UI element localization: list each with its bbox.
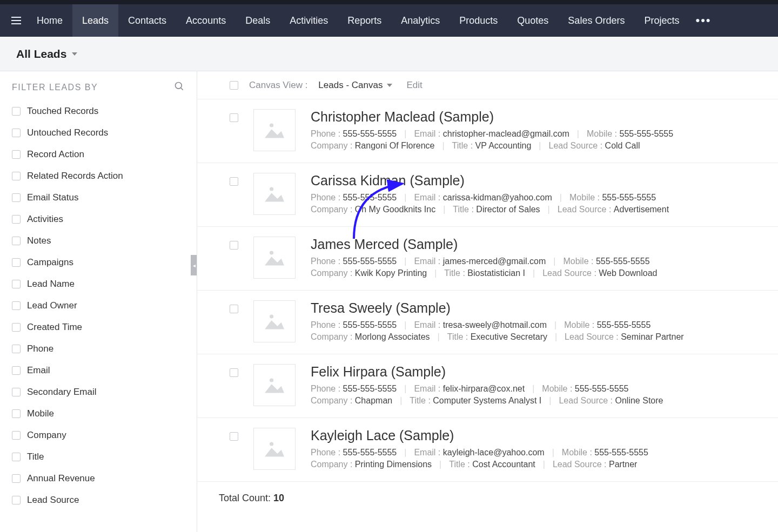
filter-item[interactable]: Email — [12, 360, 185, 381]
nav-item-deals[interactable]: Deals — [236, 4, 280, 37]
view-selector[interactable]: All Leads — [16, 48, 77, 60]
lead-checkbox[interactable] — [230, 113, 238, 122]
nav-item-products[interactable]: Products — [450, 4, 507, 37]
nav-item-accounts[interactable]: Accounts — [176, 4, 236, 37]
nav-item-home[interactable]: Home — [27, 4, 72, 37]
lead-row[interactable]: Christopher Maclead (Sample)Phone : 555-… — [197, 99, 778, 163]
filter-item[interactable]: Annual Revenue — [12, 468, 185, 489]
filter-checkbox[interactable] — [12, 129, 21, 137]
lead-source: Lead Source : Partner — [553, 460, 638, 469]
nav-item-contacts[interactable]: Contacts — [118, 4, 176, 37]
filter-item[interactable]: Activities — [12, 208, 185, 230]
lead-body: Felix Hirpara (Sample)Phone : 555-555-55… — [311, 364, 746, 408]
nav-item-quotes[interactable]: Quotes — [507, 4, 558, 37]
total-count-label: Total Count: — [219, 493, 271, 503]
filter-checkbox[interactable] — [12, 388, 21, 396]
filter-checkbox[interactable] — [12, 474, 21, 483]
filter-checkbox[interactable] — [12, 215, 21, 224]
filter-item[interactable]: Related Records Action — [12, 165, 185, 187]
nav-item-sales-orders[interactable]: Sales Orders — [558, 4, 634, 37]
filter-label: Lead Name — [27, 279, 75, 289]
nav-item-projects[interactable]: Projects — [634, 4, 689, 37]
collapse-panel-handle[interactable]: ◂ — [191, 255, 197, 275]
lead-name[interactable]: Tresa Sweely (Sample) — [311, 300, 746, 316]
filter-checkbox[interactable] — [12, 280, 21, 288]
lead-email: Email : james-merced@gmail.com — [414, 257, 546, 266]
hamburger-menu-button[interactable] — [5, 10, 27, 31]
lead-body: Carissa Kidman (Sample)Phone : 555-555-5… — [311, 173, 746, 217]
filter-item[interactable]: Lead Owner — [12, 295, 185, 316]
lead-avatar — [253, 109, 296, 151]
filter-checkbox[interactable] — [12, 345, 21, 353]
lead-name[interactable]: James Merced (Sample) — [311, 237, 746, 252]
filter-item[interactable]: Notes — [12, 230, 185, 252]
filter-checkbox[interactable] — [12, 431, 21, 440]
lead-name[interactable]: Carissa Kidman (Sample) — [311, 173, 746, 188]
lead-checkbox[interactable] — [230, 432, 238, 441]
lead-company: Company : Morlong Associates — [311, 332, 430, 342]
lead-checkbox[interactable] — [230, 241, 238, 250]
nav-item-activities[interactable]: Activities — [280, 4, 338, 37]
filter-item[interactable]: Secondary Email — [12, 381, 185, 403]
lead-row[interactable]: Kayleigh Lace (Sample)Phone : 555-555-55… — [197, 418, 778, 482]
edit-view-link[interactable]: Edit — [406, 80, 422, 91]
nav-item-reports[interactable]: Reports — [338, 4, 391, 37]
filter-item[interactable]: Email Status — [12, 187, 185, 208]
lead-phone: Phone : 555-555-5555 — [311, 320, 397, 330]
filter-checkbox[interactable] — [12, 150, 21, 159]
lead-avatar — [253, 300, 296, 342]
filter-item[interactable]: Lead Source — [12, 489, 185, 511]
filter-label: Activities — [27, 214, 63, 225]
filter-checkbox[interactable] — [12, 453, 21, 461]
more-menu-button[interactable]: ••• — [689, 14, 717, 28]
subheader: All Leads — [0, 37, 778, 71]
chevron-down-icon — [72, 52, 77, 56]
select-all-checkbox[interactable] — [230, 81, 238, 90]
lead-name[interactable]: Felix Hirpara (Sample) — [311, 364, 746, 380]
lead-avatar — [253, 428, 296, 470]
nav-item-analytics[interactable]: Analytics — [391, 4, 450, 37]
filter-checkbox[interactable] — [12, 193, 21, 202]
nav-item-leads[interactable]: Leads — [72, 4, 118, 37]
filter-checkbox[interactable] — [12, 366, 21, 375]
lead-title: Title : Director of Sales — [453, 205, 540, 214]
lead-checkbox[interactable] — [230, 305, 238, 313]
lead-name[interactable]: Kayleigh Lace (Sample) — [311, 428, 746, 443]
lead-name[interactable]: Christopher Maclead (Sample) — [311, 109, 746, 125]
filter-checkbox[interactable] — [12, 301, 21, 310]
list-footer: Total Count: 10 — [197, 482, 778, 515]
filter-item[interactable]: Touched Records — [12, 100, 185, 122]
image-placeholder-icon — [263, 439, 286, 459]
lead-row[interactable]: Tresa Sweely (Sample)Phone : 555-555-555… — [197, 291, 778, 354]
filter-checkbox[interactable] — [12, 258, 21, 267]
filter-checkbox[interactable] — [12, 496, 21, 504]
filter-label: Annual Revenue — [27, 473, 95, 484]
filter-item[interactable]: Campaigns — [12, 252, 185, 273]
filter-item[interactable]: Lead Name — [12, 273, 185, 295]
top-nav: HomeLeadsContactsAccountsDealsActivities… — [0, 4, 778, 37]
filter-label: Lead Owner — [27, 300, 77, 311]
lead-title: Title : Biostatistician I — [444, 268, 525, 278]
canvas-view-value: Leads - Canvas — [318, 80, 383, 91]
lead-checkbox[interactable] — [230, 368, 238, 377]
filter-checkbox[interactable] — [12, 107, 21, 116]
filter-item[interactable]: Untouched Records — [12, 122, 185, 144]
lead-row[interactable]: James Merced (Sample)Phone : 555-555-555… — [197, 227, 778, 291]
filter-item[interactable]: Record Action — [12, 144, 185, 165]
filter-item[interactable]: Created Time — [12, 316, 185, 338]
filter-item[interactable]: Mobile — [12, 403, 185, 425]
lead-email: Email : tresa-sweely@hotmail.com — [414, 320, 547, 330]
filter-checkbox[interactable] — [12, 172, 21, 180]
filter-item[interactable]: Phone — [12, 338, 185, 360]
filter-checkbox[interactable] — [12, 409, 21, 418]
filter-checkbox[interactable] — [12, 323, 21, 332]
lead-row[interactable]: Felix Hirpara (Sample)Phone : 555-555-55… — [197, 354, 778, 418]
lead-checkbox[interactable] — [230, 177, 238, 186]
lead-body: Kayleigh Lace (Sample)Phone : 555-555-55… — [311, 428, 746, 472]
filter-checkbox[interactable] — [12, 237, 21, 245]
filter-item[interactable]: Company — [12, 425, 185, 446]
filter-item[interactable]: Title — [12, 446, 185, 468]
filter-search-button[interactable] — [174, 81, 185, 94]
lead-row[interactable]: Carissa Kidman (Sample)Phone : 555-555-5… — [197, 163, 778, 227]
canvas-view-selector[interactable]: Leads - Canvas — [318, 80, 392, 91]
